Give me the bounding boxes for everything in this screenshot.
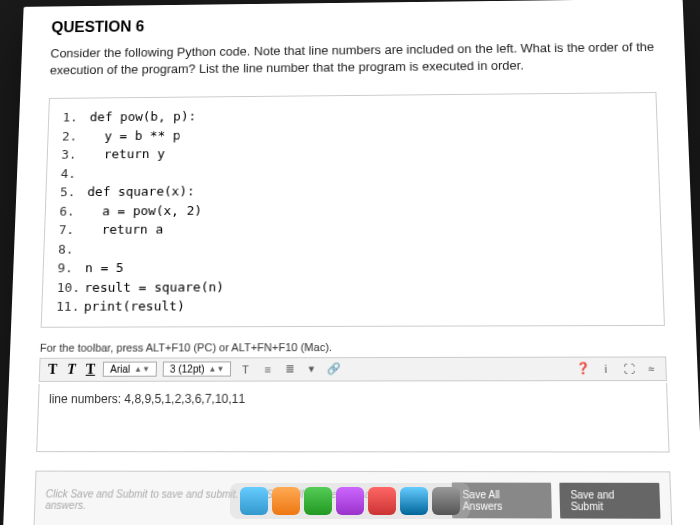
code-line: 10.result = square(n) bbox=[57, 275, 649, 297]
dock-app-icon[interactable] bbox=[272, 487, 300, 515]
bullet-list-icon[interactable]: ≡ bbox=[260, 361, 276, 377]
save-submit-button[interactable]: Save and Submit bbox=[560, 482, 661, 518]
question-prompt: Consider the following Python code. Note… bbox=[20, 34, 686, 91]
help-icon[interactable]: ❓ bbox=[575, 360, 592, 376]
size-select[interactable]: 3 (12pt)▲▼ bbox=[163, 361, 232, 376]
editor-toolbar: T T T Arial▲▼ 3 (12pt)▲▼ T ≡ ≣ ▾ 🔗 ❓ i ⛶… bbox=[39, 356, 667, 381]
dock-app-icon[interactable] bbox=[368, 487, 396, 515]
toolbar-hint: For the toolbar, press ALT+F10 (PC) or A… bbox=[10, 333, 697, 355]
font-select[interactable]: Arial▲▼ bbox=[103, 361, 157, 376]
dock-app-icon[interactable] bbox=[432, 487, 460, 515]
info-icon[interactable]: i bbox=[597, 360, 614, 376]
fullscreen-icon[interactable]: ⛶ bbox=[620, 360, 637, 376]
code-line: 11.print(result) bbox=[56, 295, 649, 317]
code-line: 7. return a bbox=[59, 217, 647, 240]
italic-button[interactable]: T bbox=[65, 361, 78, 377]
code-block: 1.def pow(b, p):2. y = b ** p3. return y… bbox=[41, 92, 665, 327]
number-list-icon[interactable]: ≣ bbox=[282, 361, 298, 377]
dock-app-icon[interactable] bbox=[240, 487, 268, 515]
dock-app-icon[interactable] bbox=[336, 487, 364, 515]
bold-button[interactable]: T bbox=[46, 361, 60, 377]
attach-icon[interactable]: 🔗 bbox=[326, 361, 342, 377]
code-line: 9.n = 5 bbox=[57, 256, 648, 278]
text-color-icon[interactable]: T bbox=[237, 361, 253, 377]
dock-app-icon[interactable] bbox=[304, 487, 332, 515]
more-icon[interactable]: ▾ bbox=[304, 361, 320, 377]
collapse-icon[interactable]: ≈ bbox=[643, 360, 660, 376]
underline-button[interactable]: T bbox=[84, 361, 98, 377]
dock-app-icon[interactable] bbox=[400, 487, 428, 515]
answer-textarea[interactable]: line numbers: 4,8,9,5,1,2,3,6,7,10,11 bbox=[36, 383, 669, 452]
macos-dock bbox=[230, 483, 470, 519]
code-line: 8. bbox=[58, 236, 647, 258]
